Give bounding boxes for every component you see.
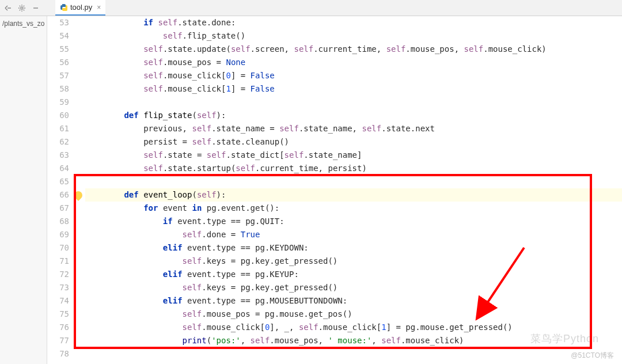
line-number: 74 xyxy=(47,294,69,308)
python-file-icon xyxy=(60,3,68,12)
code-line[interactable]: self.mouse_pos = None xyxy=(85,56,622,69)
code-line[interactable]: def flip_state(self): xyxy=(85,109,622,122)
code-line[interactable]: self.mouse_click[0] = False xyxy=(85,69,622,82)
line-number: 68 xyxy=(47,215,69,228)
tab-filename-label: tool.py xyxy=(70,3,92,12)
code-line[interactable]: if self.state.done: xyxy=(85,16,622,29)
line-number: 76 xyxy=(47,321,69,334)
line-number: 60 xyxy=(47,109,69,122)
line-number: 63 xyxy=(47,149,69,162)
toolbar: tool.py × xyxy=(0,0,622,16)
line-number: 61 xyxy=(47,122,69,135)
line-number: 77 xyxy=(47,334,69,347)
line-number: 64 xyxy=(47,162,69,175)
code-line[interactable]: self.state.startup(self.current_time, pe… xyxy=(85,162,622,175)
line-number: 54 xyxy=(47,29,69,43)
gear-icon[interactable] xyxy=(16,2,28,14)
tab-bar: tool.py × xyxy=(55,0,105,16)
line-number: 55 xyxy=(47,43,69,56)
code-line[interactable]: self.mouse_click[1] = False xyxy=(85,82,622,96)
line-number: 65 xyxy=(47,175,69,188)
code-line[interactable]: self.keys = pg.key.get_pressed() xyxy=(85,255,622,268)
code-line[interactable]: self.mouse_pos = pg.mouse.get_pos() xyxy=(85,308,622,321)
line-number: 78 xyxy=(47,347,69,361)
code-line[interactable]: persist = self.state.cleanup() xyxy=(85,135,622,149)
code-line[interactable]: self.flip_state() xyxy=(85,29,622,43)
line-number-gutter: 5354555657585960616263646566676869707172… xyxy=(47,16,75,364)
line-number: 69 xyxy=(47,228,69,241)
line-number: 70 xyxy=(47,241,69,255)
collapse-icon[interactable] xyxy=(2,2,14,14)
line-number: 71 xyxy=(47,255,69,268)
project-sidebar[interactable]: /plants_vs_zo xyxy=(0,16,47,364)
line-number: 66 xyxy=(47,188,69,202)
code-line[interactable]: if event.type == pg.QUIT: xyxy=(85,215,622,228)
minus-icon[interactable] xyxy=(30,2,41,14)
code-line[interactable]: elif event.type == pg.KEYUP: xyxy=(85,268,622,281)
code-line[interactable] xyxy=(85,96,622,109)
code-line[interactable]: elif event.type == pg.KEYDOWN: xyxy=(85,241,622,255)
code-editor[interactable]: 5354555657585960616263646566676869707172… xyxy=(47,16,622,364)
line-number: 73 xyxy=(47,281,69,294)
fold-column xyxy=(75,16,85,364)
code-line[interactable]: for event in pg.event.get(): xyxy=(85,202,622,215)
code-line[interactable] xyxy=(85,347,622,361)
line-number: 67 xyxy=(47,202,69,215)
line-number: 53 xyxy=(47,16,69,29)
line-number: 62 xyxy=(47,135,69,149)
code-line[interactable] xyxy=(85,175,622,188)
main-area: /plants_vs_zo 53545556575859606162636465… xyxy=(0,16,622,364)
line-number: 59 xyxy=(47,96,69,109)
code-line[interactable]: self.done = True xyxy=(85,228,622,241)
watermark-overlay: 菜鸟学Python xyxy=(530,332,599,346)
watermark-text: @51CTO博客 xyxy=(571,351,614,361)
code-line[interactable]: def event_loop(self): xyxy=(85,188,622,202)
line-number: 72 xyxy=(47,268,69,281)
close-icon[interactable]: × xyxy=(97,3,101,12)
line-number: 57 xyxy=(47,69,69,82)
line-number: 75 xyxy=(47,308,69,321)
code-line[interactable]: self.keys = pg.key.get_pressed() xyxy=(85,281,622,294)
code-line[interactable]: self.state.update(self.screen, self.curr… xyxy=(85,43,622,56)
line-number: 56 xyxy=(47,56,69,69)
line-number: 58 xyxy=(47,82,69,96)
code-line[interactable]: elif event.type == pg.MOUSEBUTTONDOWN: xyxy=(85,294,622,308)
code-content[interactable]: if self.state.done: self.flip_state() se… xyxy=(85,16,622,364)
intention-bulb-icon[interactable] xyxy=(73,189,84,201)
code-line[interactable]: self.state = self.state_dict[self.state_… xyxy=(85,149,622,162)
svg-point-0 xyxy=(21,7,23,9)
code-line[interactable]: previous, self.state_name = self.state_n… xyxy=(85,122,622,135)
file-tab-tool-py[interactable]: tool.py × xyxy=(55,0,105,16)
project-root-label[interactable]: /plants_vs_zo xyxy=(0,18,47,29)
